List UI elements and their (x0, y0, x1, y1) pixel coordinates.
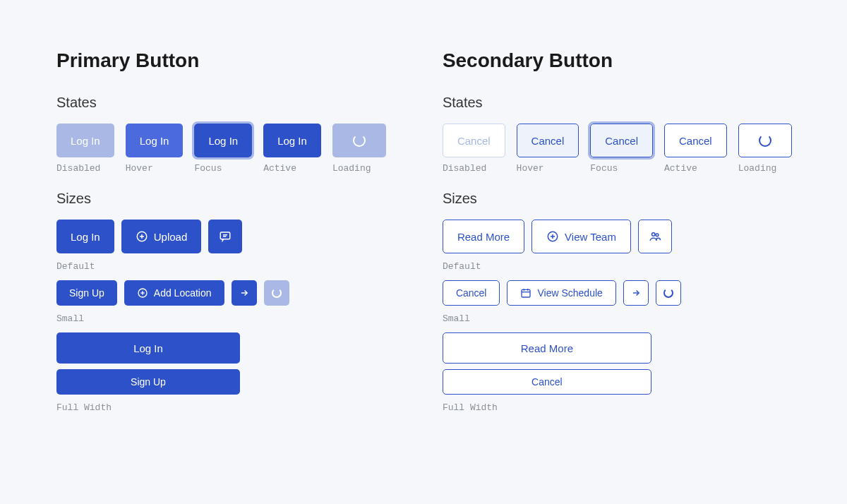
add-location-button[interactable]: Add Location (124, 280, 224, 306)
primary-title: Primary Button (56, 49, 386, 72)
spinner-icon (759, 134, 771, 147)
secondary-disabled-button: Cancel (443, 124, 505, 157)
secondary-states-heading: States (443, 95, 792, 111)
primary-hover-button[interactable]: Log In (126, 124, 184, 157)
button-label: Read More (521, 342, 573, 354)
primary-column: Primary Button States Log In Disabled Lo… (56, 49, 386, 421)
size-caption: Small (56, 313, 84, 324)
plus-circle-icon (136, 230, 148, 243)
button-label: Sign Up (131, 376, 166, 388)
button-label: Cancel (531, 376, 563, 388)
button-label: View Schedule (537, 287, 602, 299)
loading-small-button (264, 280, 289, 306)
primary-sizes-heading: Sizes (56, 191, 386, 207)
chat-icon (219, 230, 232, 243)
button-label: Add Location (154, 287, 212, 299)
button-label: Upload (154, 231, 188, 243)
spinner-icon (353, 134, 366, 147)
full-read-more-button[interactable]: Read More (443, 332, 651, 364)
secondary-title: Secondary Button (443, 49, 792, 72)
size-caption: Full Width (56, 402, 112, 413)
arrow-right-icon (239, 288, 249, 298)
state-caption: Loading (738, 163, 792, 174)
svg-point-13 (651, 233, 655, 236)
state-caption: Focus (590, 163, 653, 174)
state-caption: Loading (332, 163, 386, 174)
size-caption: Small (443, 313, 470, 324)
button-label: Read More (457, 231, 510, 243)
spinner-icon (272, 288, 282, 298)
svg-point-14 (656, 234, 659, 236)
secondary-active-button[interactable]: Cancel (664, 124, 727, 157)
chat-button[interactable] (208, 220, 242, 253)
button-label: Cancel (457, 135, 491, 147)
size-caption: Default (443, 261, 481, 272)
full-signup-button[interactable]: Sign Up (56, 369, 240, 395)
svg-rect-3 (221, 232, 231, 239)
button-label: Cancel (531, 135, 565, 147)
button-label: Cancel (456, 287, 487, 299)
button-label: View Team (565, 231, 616, 243)
state-caption: Disabled (56, 163, 114, 174)
svg-rect-15 (522, 289, 530, 297)
secondary-loading-button (738, 124, 792, 157)
users-icon (649, 230, 661, 243)
arrow-secondary-button[interactable] (623, 280, 649, 306)
state-caption: Hover (517, 163, 579, 174)
view-team-button[interactable]: View Team (531, 220, 631, 253)
plus-circle-icon (137, 287, 148, 299)
arrow-button[interactable] (232, 280, 257, 306)
calendar-icon (520, 287, 531, 299)
upload-button[interactable]: Upload (121, 220, 202, 253)
state-caption: Active (664, 163, 727, 174)
state-caption: Focus (194, 163, 252, 174)
button-label: Cancel (605, 135, 638, 147)
button-label: Log In (277, 135, 307, 147)
secondary-focus-button[interactable]: Cancel (590, 124, 653, 157)
size-caption: Default (56, 261, 95, 272)
button-label: Log In (208, 135, 238, 147)
state-caption: Disabled (443, 163, 505, 174)
arrow-right-icon (631, 288, 641, 298)
primary-active-button[interactable]: Log In (263, 124, 321, 157)
login-button[interactable]: Log In (56, 220, 114, 253)
button-label: Log In (133, 342, 163, 354)
full-cancel-button[interactable]: Cancel (443, 369, 651, 395)
secondary-sizes-heading: Sizes (443, 191, 792, 207)
view-schedule-button[interactable]: View Schedule (507, 280, 615, 306)
button-label: Cancel (679, 135, 712, 147)
primary-focus-button[interactable]: Log In (194, 124, 252, 157)
state-caption: Active (263, 163, 321, 174)
plus-circle-icon (546, 230, 559, 243)
size-caption: Full Width (443, 402, 498, 413)
button-label: Sign Up (69, 287, 104, 299)
cancel-small-button[interactable]: Cancel (443, 280, 500, 306)
primary-disabled-button: Log In (56, 124, 114, 157)
primary-states-heading: States (56, 95, 386, 111)
team-icon-button[interactable] (638, 220, 672, 253)
primary-loading-button (332, 124, 386, 157)
button-label: Log In (71, 231, 100, 243)
loading-small-secondary-button (656, 280, 681, 306)
button-label: Log In (71, 135, 100, 147)
secondary-hover-button[interactable]: Cancel (517, 124, 579, 157)
read-more-button[interactable]: Read More (443, 220, 524, 253)
secondary-column: Secondary Button States Cancel Disabled … (443, 49, 792, 421)
state-caption: Hover (126, 163, 184, 174)
full-login-button[interactable]: Log In (56, 332, 240, 364)
button-label: Log In (140, 135, 169, 147)
spinner-icon (663, 288, 673, 298)
signup-button[interactable]: Sign Up (56, 280, 117, 306)
